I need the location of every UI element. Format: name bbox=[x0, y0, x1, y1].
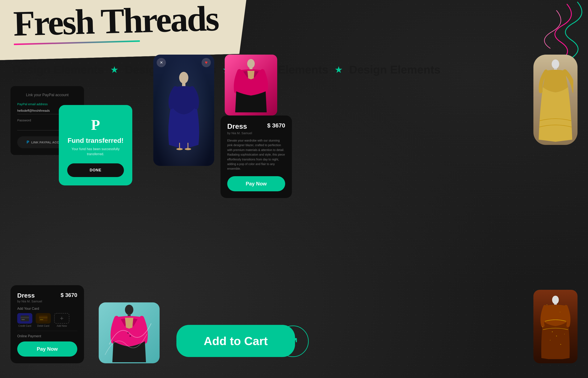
fund-description: Your fund has been successfully transfer… bbox=[67, 147, 124, 157]
pay-now-button[interactable]: Pay Now bbox=[17, 341, 77, 357]
svg-rect-19 bbox=[187, 143, 188, 149]
svg-point-26 bbox=[552, 59, 559, 69]
paypal-logo-icon: P bbox=[27, 140, 29, 145]
blue-dress-card: ✕ ♥ bbox=[153, 54, 214, 166]
star-1: ★ bbox=[110, 64, 119, 75]
sparkle-dress-card bbox=[534, 290, 577, 363]
fund-transferred-modal: P Fund transferred! Your fund has been s… bbox=[59, 105, 132, 185]
detail-product-desc: Elevate your wardrobe with our stunning … bbox=[227, 138, 285, 171]
card-close-button[interactable]: ✕ bbox=[157, 58, 166, 67]
gold-dress-card bbox=[534, 54, 577, 145]
debit-card-label: Debit Card bbox=[37, 324, 49, 327]
detail-product-author: by Nia M. Samuel bbox=[227, 131, 285, 135]
svg-point-8 bbox=[179, 72, 188, 84]
fund-title: Fund transferred! bbox=[67, 137, 124, 145]
detail-pay-now-button[interactable]: Pay Now bbox=[227, 176, 285, 191]
detail-product-name: Dress bbox=[227, 122, 247, 130]
star-3: ★ bbox=[334, 64, 343, 75]
svg-rect-4 bbox=[21, 319, 25, 320]
paypal-icon: P bbox=[67, 117, 124, 133]
svg-rect-3 bbox=[21, 317, 29, 318]
detail-product-price: $ 3670 bbox=[267, 122, 285, 129]
debit-card-icon[interactable] bbox=[36, 313, 51, 324]
done-button[interactable]: DONE bbox=[67, 163, 124, 177]
online-payment-label: Online Payment bbox=[17, 334, 77, 338]
gold-dress-mannequin bbox=[538, 58, 573, 142]
credit-card-label: Credit Card bbox=[18, 324, 31, 327]
paypal-widget-title: Link your PayPal account bbox=[17, 93, 77, 97]
svg-rect-18 bbox=[179, 143, 180, 149]
payment-product-name: Dress bbox=[17, 292, 42, 299]
credit-card-icon[interactable] bbox=[17, 313, 32, 324]
pink-blazer-bottom bbox=[99, 302, 160, 363]
arrow-link-button[interactable]: ↗ bbox=[277, 325, 309, 357]
payment-product-author: by Nia M. Samuel bbox=[17, 299, 42, 303]
pink-blazer-top-mannequin bbox=[233, 58, 269, 112]
product-detail-card: Dress $ 3670 by Nia M. Samuel Elevate yo… bbox=[220, 116, 292, 198]
blue-dress-mannequin bbox=[165, 71, 203, 151]
pink-blazer-top-right bbox=[225, 54, 277, 116]
hero-banner: Fresh Threads bbox=[0, 0, 250, 60]
payment-widget: Dress by Nia M. Samuel $ 3670 Add Your C… bbox=[11, 285, 84, 363]
svg-rect-7 bbox=[40, 319, 43, 320]
add-new-label: Add New bbox=[57, 324, 67, 327]
svg-rect-6 bbox=[39, 317, 47, 318]
svg-point-24 bbox=[247, 59, 255, 68]
card-heart-button[interactable]: ♥ bbox=[201, 58, 211, 67]
payment-price: $ 3670 bbox=[60, 292, 77, 298]
design-element-1: Design Elements bbox=[13, 63, 104, 76]
add-card-label: Add Your Card bbox=[17, 307, 77, 310]
design-elements-banner: Design Elements ★ Design Elements ★ Desi… bbox=[0, 63, 588, 76]
add-card-button[interactable]: + bbox=[54, 313, 69, 324]
design-element-4: Design Elements bbox=[349, 63, 440, 76]
brand-title: Fresh Threads bbox=[13, 0, 224, 41]
